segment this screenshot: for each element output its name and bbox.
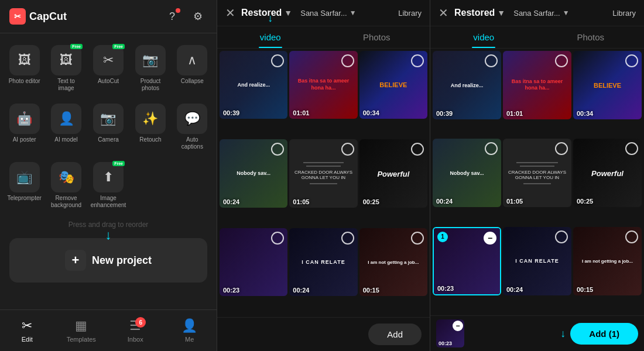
- right-add-area: ↓ Add (1): [469, 323, 638, 345]
- select-circle-3[interactable]: [411, 54, 424, 67]
- right-video-grid: And realize... 00:39 Bas itna sa to amee…: [430, 49, 644, 315]
- middle-video-thumb-8[interactable]: I CAN RELATE 00:24: [289, 228, 357, 296]
- middle-tab-photos[interactable]: Photos: [324, 26, 430, 48]
- middle-video-thumb-9[interactable]: I am not getting a job... 00:15: [359, 228, 427, 296]
- right-video-thumb-8[interactable]: I CAN RELATE 00:24: [503, 227, 571, 295]
- middle-video-thumb-3[interactable]: BELIEVE 00:34: [359, 51, 427, 119]
- photo-editor-icon-box: 🖼: [9, 45, 40, 75]
- right-tab-video-label: video: [473, 32, 494, 42]
- right-select-circle-2[interactable]: [555, 54, 568, 67]
- middle-video-thumb-6[interactable]: Powerful 00:25: [359, 139, 427, 207]
- right-video-thumb-9[interactable]: I am not getting a job... 00:15: [573, 227, 642, 295]
- nav-item-inbox[interactable]: ☰ 6 Inbox: [108, 315, 163, 346]
- right-title-text: Restored: [454, 8, 495, 18]
- right-panel-header: ✕ Restored ▼ Sana Sarfar... ▼ Library: [430, 0, 644, 26]
- right-tab-photos[interactable]: Photos: [537, 26, 645, 48]
- right-small-minus-icon[interactable]: −: [453, 321, 463, 331]
- app-name: CapCut: [29, 11, 67, 23]
- tool-teleprompter[interactable]: 📺 Teleprompter: [5, 157, 44, 214]
- middle-tab-video[interactable]: ↓ video: [217, 26, 324, 48]
- right-thumb-text-6: Powerful: [573, 168, 642, 177]
- middle-video-thumb-7[interactable]: 00:23: [220, 228, 287, 296]
- right-video-thumb-3[interactable]: BELIEVE 00:34: [573, 51, 642, 119]
- right-video-thumb-4[interactable]: Nobody sav... 00:24: [433, 139, 501, 207]
- tool-retouch[interactable]: ✨ Retouch: [131, 99, 170, 155]
- video-duration-9: 00:15: [363, 287, 379, 294]
- tool-photo-editor[interactable]: 🖼 Photo editor: [5, 40, 44, 97]
- right-selected-thumb[interactable]: − 00:23: [436, 319, 464, 347]
- thumb-red-text-2: Bas itna sa to ameer hona ha...: [289, 78, 357, 91]
- remove-background-label: Remove background: [49, 195, 83, 209]
- free-badge: Free: [70, 44, 83, 49]
- select-circle-9[interactable]: [411, 232, 424, 245]
- app-header: ✂ CapCut ? ⚙: [0, 0, 217, 33]
- arrow-down-icon: ↓: [105, 228, 112, 243]
- middle-panel-library[interactable]: Library: [398, 9, 422, 18]
- tool-product-photos[interactable]: 📷 Product photos: [131, 40, 170, 97]
- tool-remove-background[interactable]: 🎭 Remove background: [46, 157, 85, 214]
- nav-item-edit[interactable]: ✂ Edit: [0, 315, 54, 346]
- tool-autocut[interactable]: ✂ Free AutoCut: [88, 40, 129, 97]
- tool-ai-poster[interactable]: 🤖 AI poster: [5, 99, 44, 155]
- tool-collapse[interactable]: ∧ Collapse: [173, 40, 212, 97]
- image-enhancement-icon-box: ⬆ Free: [93, 162, 124, 192]
- app-logo: ✂ CapCut: [9, 8, 67, 25]
- right-video-thumb-5[interactable]: CRACKED DOOR ALWAYS GONNA LET YOU IN 01:…: [503, 139, 571, 207]
- new-project-button[interactable]: ↓ + New project: [9, 238, 207, 283]
- camera-icon-box: 📷: [93, 104, 124, 134]
- middle-close-button[interactable]: ✕: [225, 6, 235, 20]
- autocut-icon-box: ✂ Free: [93, 45, 124, 75]
- new-project-label: New project: [92, 254, 152, 267]
- remove-background-icon: 🎭: [59, 170, 74, 185]
- middle-add-button[interactable]: Add: [368, 324, 422, 345]
- nav-item-templates[interactable]: ▦ Templates: [54, 315, 109, 346]
- middle-video-thumb-1[interactable]: And realize... 00:39: [220, 51, 287, 119]
- tool-ai-model[interactable]: 👤 AI model: [46, 99, 85, 155]
- tab-arrow-icon: ↓: [268, 12, 273, 25]
- tool-text-to-image[interactable]: 🖼 Free Text to image: [46, 40, 85, 97]
- tool-auto-captions[interactable]: 💬 Auto captions: [173, 99, 212, 155]
- photo-editor-icon: 🖼: [18, 53, 31, 68]
- help-button[interactable]: ?: [163, 7, 181, 26]
- middle-panel-tabs: ↓ video Photos: [217, 26, 430, 49]
- teleprompter-icon: 📺: [16, 170, 32, 185]
- middle-video-thumb-4[interactable]: Nobody sav... 00:24: [220, 139, 287, 207]
- gear-icon: ⚙: [193, 10, 203, 23]
- middle-tab-video-label: video: [260, 32, 281, 42]
- select-circle-5[interactable]: [341, 143, 354, 156]
- right-tab-video[interactable]: video: [430, 26, 537, 48]
- right-video-thumb-1[interactable]: And realize... 00:39: [433, 51, 501, 119]
- right-select-circle-9[interactable]: [625, 230, 638, 243]
- right-close-button[interactable]: ✕: [439, 6, 448, 20]
- me-nav-label: Me: [185, 336, 194, 343]
- right-panel-library[interactable]: Library: [612, 9, 636, 18]
- middle-title-text: Restored: [241, 8, 282, 18]
- right-select-circle-1[interactable]: [485, 54, 498, 67]
- video-duration-8: 00:24: [293, 287, 309, 294]
- right-panel-tabs: video Photos: [430, 26, 644, 49]
- right-video-thumb-7[interactable]: − 00:23 1: [433, 227, 501, 295]
- retouch-icon-box: ✨: [135, 104, 166, 134]
- right-add-button[interactable]: Add (1): [570, 323, 638, 345]
- nav-item-me[interactable]: 👤 Me: [163, 315, 217, 346]
- retouch-icon: ✨: [142, 111, 158, 126]
- product-photos-icon-box: 📷: [135, 45, 166, 75]
- select-circle-7[interactable]: [271, 232, 284, 245]
- tool-camera[interactable]: 📷 Camera: [88, 99, 129, 155]
- middle-video-thumb-5[interactable]: CRACKED DOOR ALWAYS GONNA LET YOU IN 01:…: [289, 139, 357, 207]
- add-arrow-icon: ↓: [560, 328, 566, 340]
- select-circle-8[interactable]: [341, 232, 354, 245]
- image-enhancement-icon: ⬆: [103, 170, 114, 185]
- right-select-circle-8[interactable]: [555, 230, 568, 243]
- settings-button[interactable]: ⚙: [189, 7, 207, 26]
- tool-image-enhancement[interactable]: ⬆ Free Image enhancement: [88, 157, 129, 214]
- right-select-circle-3[interactable]: [625, 54, 638, 67]
- tools-grid: 🖼 Photo editor 🖼 Free Text to image ✂ Fr…: [0, 33, 217, 216]
- ai-model-icon-box: 👤: [51, 104, 81, 134]
- select-circle-2[interactable]: [341, 54, 354, 67]
- middle-title-chevron-icon: ▼: [284, 8, 292, 18]
- middle-video-thumb-2[interactable]: Bas itna sa to ameer hona ha... 01:01: [289, 51, 357, 119]
- right-video-thumb-2[interactable]: Bas itna sa to ameer hona ha... 01:01: [503, 51, 571, 119]
- right-video-thumb-6[interactable]: Powerful 00:25: [573, 139, 642, 207]
- right-select-circle-7[interactable]: −: [484, 232, 496, 245]
